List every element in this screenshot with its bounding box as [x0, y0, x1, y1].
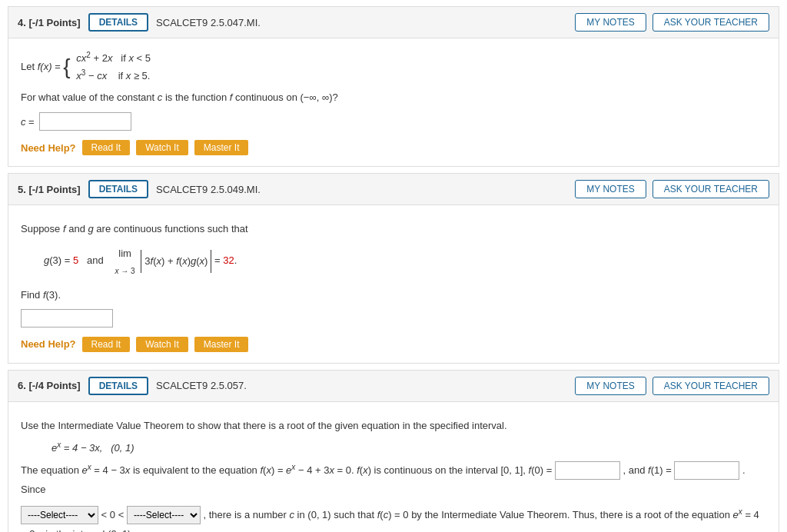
q6-f1-input[interactable]: [674, 461, 739, 480]
q6-details-button[interactable]: DETAILS: [88, 377, 148, 395]
q5-details-button[interactable]: DETAILS: [88, 180, 148, 198]
q6-problem-text: Use the Intermediate Value Theorem to sh…: [21, 417, 766, 434]
q5-need-help-label: Need Help?: [21, 338, 76, 350]
q6-equation: ex = 4 − 3x, (0, 1): [51, 441, 766, 454]
q6-header-right: MY NOTES ASK YOUR TEACHER: [575, 377, 769, 395]
q4-watch-it-button[interactable]: Watch It: [136, 140, 188, 155]
question-6: 6. [-/4 Points] DETAILS SCALCET9 2.5.057…: [8, 370, 779, 532]
q4-fx-label: f(x) =: [38, 61, 61, 72]
q4-number: 4. [-/1 Points]: [18, 17, 81, 28]
q6-body: Use the Intermediate Value Theorem to sh…: [8, 402, 779, 532]
q6-select1[interactable]: ----Select---- f(0) < 0 < f(1) f(0) > 0 …: [21, 506, 98, 524]
q5-header-right: MY NOTES ASK YOUR TEACHER: [575, 180, 769, 198]
q5-find-label: Find f(3).: [21, 287, 766, 304]
q6-ref: SCALCET9 2.5.057.: [156, 380, 567, 391]
q5-bracket-expr: 3f(x) + f(x)g(x): [141, 250, 211, 273]
question-6-header: 6. [-/4 Points] DETAILS SCALCET9 2.5.057…: [8, 371, 779, 402]
q5-lim-block: lim x → 3: [115, 244, 135, 279]
q6-explanation-text: The equation ex = 4 − 3x is equivalent t…: [21, 460, 766, 500]
q4-master-it-button[interactable]: Master It: [194, 140, 249, 155]
q5-my-notes-button[interactable]: MY NOTES: [575, 180, 646, 198]
q5-g3-value: 5: [73, 255, 78, 267]
q5-master-it-button[interactable]: Master It: [194, 337, 249, 352]
q4-problem-text: Let f(x) = { cx2 + 2x if x < 5 x3 − cx i…: [21, 49, 766, 85]
q5-limit-value: 32: [223, 255, 234, 267]
q4-need-help: Need Help? Read It Watch It Master It: [21, 140, 766, 155]
q4-details-button[interactable]: DETAILS: [88, 13, 148, 32]
q4-read-it-button[interactable]: Read It: [82, 140, 131, 155]
question-5-header: 5. [-/1 Points] DETAILS SCALCET9 2.5.049…: [8, 174, 779, 205]
q5-body: Suppose f and g are continuous functions…: [8, 205, 779, 362]
q4-ask-teacher-button[interactable]: ASK YOUR TEACHER: [653, 13, 769, 32]
q4-ref: SCALCET9 2.5.047.MI.: [156, 17, 567, 28]
q4-case2: x3 − cx if x ≥ 5.: [76, 67, 151, 85]
q6-select2[interactable]: ----Select---- f(0) f(1): [127, 506, 201, 524]
q5-read-it-button[interactable]: Read It: [82, 337, 131, 352]
q6-conclusion-text: ----Select---- f(0) < 0 < f(1) f(0) > 0 …: [21, 504, 766, 532]
q5-answer-input[interactable]: [21, 309, 113, 328]
q4-c-label: c =: [21, 116, 35, 128]
q5-math-block: g(3) = 5 and lim x → 3 3f(x) + f(x)g(x) …: [44, 244, 766, 279]
q4-piecewise: { cx2 + 2x if x < 5 x3 − cx if x ≥ 5.: [63, 49, 151, 85]
q4-need-help-label: Need Help?: [21, 142, 76, 154]
q6-my-notes-button[interactable]: MY NOTES: [575, 377, 646, 395]
q5-watch-it-button[interactable]: Watch It: [136, 337, 188, 352]
q6-number: 6. [-/4 Points]: [18, 380, 81, 391]
q4-answer-row: c =: [21, 112, 766, 131]
q4-question-text: For what value of the constant c is the …: [21, 89, 766, 106]
q5-ask-teacher-button[interactable]: ASK YOUR TEACHER: [653, 180, 769, 198]
q4-answer-input[interactable]: [39, 112, 131, 131]
q4-case1: cx2 + 2x if x < 5: [76, 49, 151, 67]
question-5: 5. [-/1 Points] DETAILS SCALCET9 2.5.049…: [8, 173, 779, 363]
q5-problem-text: Suppose f and g are continuous functions…: [21, 221, 766, 238]
question-4-header: 4. [-/1 Points] DETAILS SCALCET9 2.5.047…: [8, 7, 779, 38]
q5-number: 5. [-/1 Points]: [18, 184, 81, 195]
q5-ref: SCALCET9 2.5.049.MI.: [156, 184, 567, 195]
q5-need-help: Need Help? Read It Watch It Master It: [21, 337, 766, 352]
q6-ask-teacher-button[interactable]: ASK YOUR TEACHER: [653, 377, 769, 395]
q4-body: Let f(x) = { cx2 + 2x if x < 5 x3 − cx i…: [8, 38, 779, 166]
q6-f0-input[interactable]: [555, 461, 620, 480]
q4-header-right: MY NOTES ASK YOUR TEACHER: [575, 13, 769, 32]
question-4: 4. [-/1 Points] DETAILS SCALCET9 2.5.047…: [8, 6, 779, 167]
q5-answer-row: [21, 309, 766, 328]
q4-my-notes-button[interactable]: MY NOTES: [575, 13, 646, 32]
